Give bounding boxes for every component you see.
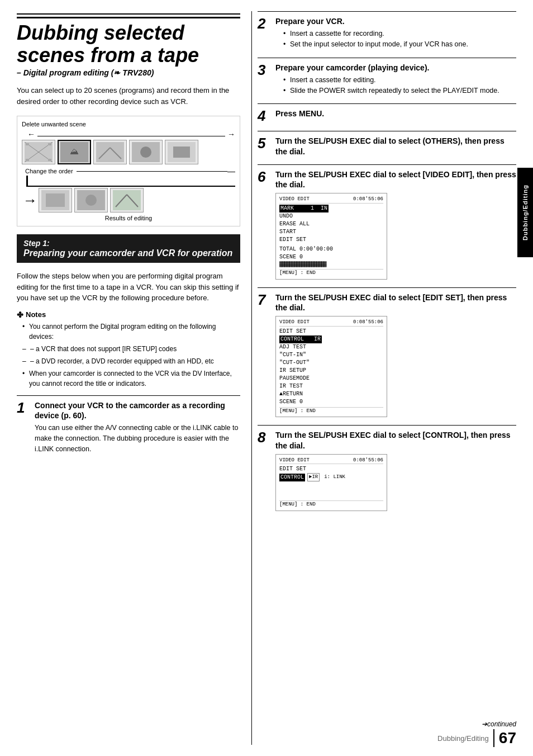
subtitle: – Digital program editing (❧ TRV280): [17, 68, 240, 77]
menu8-control-suffix: ►IR: [307, 473, 320, 481]
svg-point-19: [85, 195, 97, 206]
step-2-bullet-2: Set the input selector to input mode, if…: [283, 39, 516, 50]
step-2-details: Insert a cassette for recording. Set the…: [275, 29, 516, 50]
step-5-header: 5 Turn the SEL/PUSH EXEC dial to select …: [258, 136, 516, 156]
frame-4: [129, 140, 163, 164]
page-title: Dubbing selected scenes from a tape: [17, 17, 240, 66]
menu6-start: START: [279, 228, 383, 236]
note-2: When your camcorder is connected to the …: [22, 368, 240, 389]
svg-rect-6: [48, 159, 51, 161]
menu-screen-7: VIDEO EDIT 0:08'55:06 EDIT SET CONTROL I…: [275, 316, 387, 417]
step-3-number: 3: [258, 63, 271, 96]
frame-3: [93, 140, 127, 164]
footer-section: Dubbing/Editing: [437, 734, 489, 743]
menu8-footer: [MENU] : END: [279, 500, 383, 508]
menu6-footer: [MENU] : END: [279, 269, 383, 277]
step-1-header: 1 Connect your VCR to the camcorder as a…: [17, 400, 240, 455]
footer-page-num: 67: [493, 729, 516, 747]
step-3-bullet-1: Insert a cassette for editing.: [283, 75, 516, 86]
left-column: Dubbing selected scenes from a tape – Di…: [17, 11, 251, 745]
step-5-content: Turn the SEL/PUSH EXEC dial to select (O…: [275, 136, 516, 156]
note-1: You cannot perform the Digital program e…: [22, 322, 240, 342]
menu7-pausemode: PAUSEMODE: [279, 375, 383, 382]
notes-section: ✤ Notes You cannot perform the Digital p…: [17, 310, 240, 389]
menu7-scene: SCENE 0: [279, 398, 383, 406]
step-6-content: Turn the SEL/PUSH EXEC dial to select [V…: [275, 169, 516, 280]
svg-rect-17: [46, 193, 65, 207]
step-7-content: Turn the SEL/PUSH EXEC dial to select [E…: [275, 292, 516, 418]
step-3-details: Insert a cassette for editing. Slide the…: [275, 75, 516, 96]
note-1a: – a VCR that does not support [IR SETUP]…: [22, 344, 240, 354]
notes-label: Notes: [26, 310, 46, 319]
step-2-header: 2 Prepare your VCR. Insert a cassette fo…: [258, 16, 516, 50]
frame-b1: [39, 188, 72, 212]
step-3-header: 3 Prepare your camcorder (playing device…: [258, 63, 516, 96]
delete-label: Delete unwanted scene: [22, 121, 235, 127]
step-2-content: Prepare your VCR. Insert a cassette for …: [275, 16, 516, 50]
menu-screen-8: VIDEO EDIT 0:08'55:06 EDIT SET CONTROL ►…: [275, 454, 387, 511]
menu7-editset: EDIT SET: [279, 328, 383, 336]
step-8-number: 8: [258, 430, 271, 511]
step-1-details: You can use either the A/V connecting ca…: [35, 423, 240, 454]
step-3-instruction: Prepare your camcorder (playing device).: [275, 63, 516, 73]
menu8-spacer: [279, 492, 383, 499]
menu7-cutout: "CUT-OUT": [279, 359, 383, 367]
right-column: 2 Prepare your VCR. Insert a cassette fo…: [251, 11, 516, 745]
sidebar-tab: Dubbing/Editing: [517, 168, 533, 257]
intro-text: You can select up to 20 scenes (programs…: [17, 85, 240, 107]
page-container: Dubbing selected scenes from a tape – Di…: [0, 0, 533, 756]
page-footer: ➔continued Dubbing/Editing 67: [437, 720, 516, 747]
step-6: 6 Turn the SEL/PUSH EXEC dial to select …: [258, 164, 516, 280]
menu6-header-left: VIDEO EDIT: [279, 196, 310, 203]
continued-text: ➔continued: [482, 720, 516, 728]
step-5-instruction: Turn the SEL/PUSH EXEC dial to select (O…: [275, 136, 516, 156]
menu7-header-left: VIDEO EDIT: [279, 319, 310, 326]
step-4-header: 4 Press MENU.: [258, 108, 516, 123]
menu7-header-right: 0:08'55:06: [353, 319, 383, 326]
frame-b3: [110, 188, 144, 212]
step1-box: Step 1: Preparing your camcorder and VCR…: [17, 234, 240, 263]
step-1-instruction: Connect your VCR to the camcorder as a r…: [35, 400, 240, 420]
diagram-frames-bottom: [39, 188, 144, 212]
step-8: 8 Turn the SEL/PUSH EXEC dial to select …: [258, 425, 516, 511]
svg-text:⛰: ⛰: [70, 147, 79, 156]
menu7-cutin: "CUT-IN": [279, 351, 383, 359]
step-7: 7 Turn the SEL/PUSH EXEC dial to select …: [258, 287, 516, 418]
menu8-header-left: VIDEO EDIT: [279, 457, 310, 464]
svg-rect-4: [48, 143, 51, 145]
step-7-header: 7 Turn the SEL/PUSH EXEC dial to select …: [258, 292, 516, 418]
main-content: Dubbing selected scenes from a tape – Di…: [0, 0, 533, 756]
step-6-instruction: Turn the SEL/PUSH EXEC dial to select [V…: [275, 169, 516, 190]
step-2-bullet-1: Insert a cassette for recording.: [283, 29, 516, 39]
notes-header: ✤ Notes: [17, 310, 240, 319]
step-4-content: Press MENU.: [275, 108, 516, 123]
step-5: 5 Turn the SEL/PUSH EXEC dial to select …: [258, 131, 516, 156]
change-order-label: Change the order: [25, 168, 73, 174]
step-1-content: Connect your VCR to the camcorder as a r…: [35, 400, 240, 455]
step-2-instruction: Prepare your VCR.: [275, 16, 516, 26]
step-1-number: 1: [17, 400, 30, 455]
step-5-number: 5: [258, 136, 271, 156]
svg-rect-3: [26, 143, 29, 145]
follow-text: Follow the steps below when you are perf…: [17, 271, 240, 304]
step-2-number: 2: [258, 16, 271, 50]
menu6-progress: ▓▓▓▓▓▓▓▓▓▓▓▓▓▓▓▓▓▓▓: [279, 261, 383, 268]
menu6-undo: UNDO: [279, 212, 383, 220]
step-4-number: 4: [258, 108, 271, 123]
menu6-scene: SCENE 0: [279, 253, 383, 261]
step-7-number: 7: [258, 292, 271, 418]
menu7-footer: [MENU] : END: [279, 407, 383, 415]
step-6-header: 6 Turn the SEL/PUSH EXEC dial to select …: [258, 169, 516, 280]
menu7-adjtest: ADJ TEST: [279, 343, 383, 351]
menu6-total: TOTAL 0:00'00:00: [279, 245, 383, 253]
step-8-header: 8 Turn the SEL/PUSH EXEC dial to select …: [258, 430, 516, 511]
menu7-control: CONTROL IR: [279, 336, 322, 343]
step-1: 1 Connect your VCR to the camcorder as a…: [17, 395, 240, 455]
frame-5: [165, 140, 198, 164]
frame-2: ⛰: [58, 140, 91, 164]
diagram-area: Delete unwanted scene ← → ⛰: [17, 116, 240, 226]
results-label: Results of editing: [22, 215, 235, 221]
menu8-editset: EDIT SET: [279, 465, 383, 473]
step-4: 4 Press MENU.: [258, 103, 516, 123]
step-8-instruction: Turn the SEL/PUSH EXEC dial to select [C…: [275, 430, 516, 450]
